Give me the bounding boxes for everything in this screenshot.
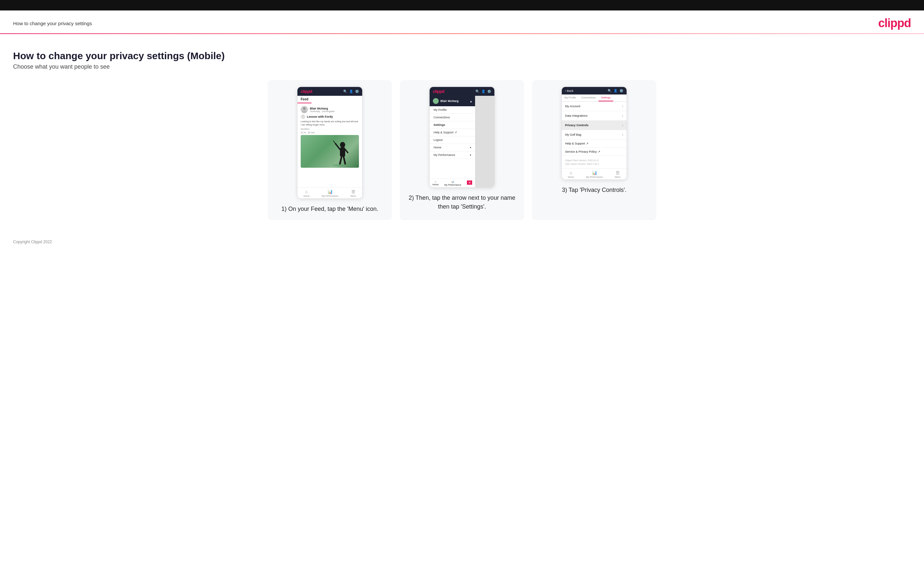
menu-item-help[interactable]: Help & Support ↗ [430, 129, 475, 136]
golfer-svg [333, 138, 352, 168]
menu-user-avatar [433, 98, 439, 104]
settings-privacy-controls[interactable]: Privacy Controls [562, 121, 627, 130]
my-golf-bag-arrow [622, 132, 623, 137]
copyright-text: Copyright Clippd 2022 [13, 240, 52, 244]
top-bar [0, 0, 924, 10]
feed-post-header: Blair McHarg Yesterday · Sunningdale [301, 106, 359, 113]
step-2-description: 2) Then, tap the arrow next to your name… [406, 193, 518, 211]
data-integrations-label: Data Integrations [565, 114, 588, 118]
lesson-icon: 📋 [301, 114, 305, 119]
tab-settings[interactable]: Settings [598, 95, 613, 102]
settings-screen: My Account Data Integrations Privacy Con… [562, 102, 627, 168]
menu-item-my-profile[interactable]: My Profile [430, 106, 475, 114]
settings-service-privacy[interactable]: Service & Privacy Policy ↗ [562, 148, 627, 156]
menu-user-name: Blair McHarg [440, 99, 459, 103]
menu-icon-3: ☰ [616, 170, 620, 175]
svg-line-4 [335, 143, 340, 149]
nav-home-3: ⌂ Home [568, 170, 574, 178]
clippd-logo: clippd [878, 16, 911, 30]
phone-2-logo: clippd [433, 89, 444, 94]
settings-my-golf-bag[interactable]: My Golf Bag [562, 130, 627, 140]
svg-point-1 [302, 111, 307, 113]
menu-label: Menu [351, 195, 356, 197]
phone-1-logo: clippd [301, 89, 312, 94]
settings-icon-2: ⚙️ [487, 90, 491, 93]
svg-rect-3 [340, 147, 345, 156]
menu-icon: ☰ [351, 189, 355, 194]
performance-chevron [470, 153, 471, 156]
settings-data-integrations[interactable]: Data Integrations [562, 111, 627, 121]
svg-line-5 [345, 149, 348, 153]
header: How to change your privacy settings clip… [0, 10, 924, 33]
header-title: How to change your privacy settings [13, 21, 92, 26]
phone-mockup-2: clippd 🔍 👤 ⚙️ [429, 87, 495, 188]
settings-help-support[interactable]: Help & Support ↗ [562, 140, 627, 148]
menu-nav-performance[interactable]: My Performance [430, 152, 475, 159]
nav-performance-3: 📊 My Performance [586, 170, 603, 178]
footer: Copyright Clippd 2022 [0, 233, 924, 251]
feed-user-name: Blair McHarg [310, 107, 335, 110]
feed-user-sub: Yesterday · Sunningdale [310, 110, 335, 113]
step-1-card: clippd 🔍 👤 ⚙️ Feed [268, 80, 392, 220]
search-icon: 🔍 [343, 90, 347, 93]
home-label-3: Home [568, 176, 574, 178]
nav-home: ⌂ Home [303, 189, 310, 197]
menu-perf-label-bottom: My Performance [444, 184, 461, 186]
main-content: How to change your privacy settings (Mob… [0, 44, 924, 233]
privacy-controls-arrow [622, 123, 623, 127]
menu-item-connections[interactable]: Connections [430, 114, 475, 121]
menu-label-3: Menu [615, 176, 621, 178]
menu-nav-home[interactable]: Home [430, 144, 475, 152]
step-3-description: 3) Tap 'Privacy Controls'. [562, 186, 627, 195]
performance-label-3: My Performance [586, 176, 603, 178]
phone-mockup-3: ‹ Back 🔍 👤 ⚙️ My Profile Connections Set… [562, 87, 627, 180]
home-icon: ⌂ [305, 189, 308, 194]
feed-golf-image [301, 135, 359, 168]
phone-3-bottom-nav: ⌂ Home 📊 My Performance ☰ Menu [562, 168, 627, 179]
feed-post: Blair McHarg Yesterday · Sunningdale 📋 L… [297, 103, 362, 170]
menu-backdrop [475, 96, 494, 187]
phone-3-topbar: ‹ Back 🔍 👤 ⚙️ [562, 87, 627, 95]
menu-home-icon: ⌂ [435, 181, 436, 183]
phone-2-topbar: clippd 🔍 👤 ⚙️ [430, 87, 494, 96]
phone-mockup-1: clippd 🔍 👤 ⚙️ Feed [297, 87, 362, 199]
menu-bottom-nav: ⌂ Home 📊 My Performance ✕ [430, 179, 475, 187]
home-icon-3: ⌂ [570, 170, 572, 175]
data-integrations-arrow [622, 113, 623, 118]
menu-home-label-bottom: Home [433, 184, 439, 186]
menu-chevron-up[interactable]: ▴ [470, 99, 472, 103]
my-account-arrow [622, 104, 623, 108]
svg-line-7 [344, 156, 345, 164]
svg-point-0 [303, 107, 305, 110]
feed-label: Feed [297, 96, 312, 103]
settings-my-account[interactable]: My Account [562, 102, 627, 111]
menu-item-settings[interactable]: Settings [430, 121, 475, 129]
phone-1-icons: 🔍 👤 ⚙️ [343, 90, 359, 93]
feed-user-info: Blair McHarg Yesterday · Sunningdale [310, 107, 335, 113]
user-icon: 👤 [349, 90, 353, 93]
phone-1-topbar: clippd 🔍 👤 ⚙️ [297, 87, 362, 96]
menu-item-logout[interactable]: Logout [430, 136, 475, 144]
menu-panel: Blair McHarg ▴ My Profile Connections Se… [430, 96, 475, 187]
settings-tabs: My Profile Connections Settings [562, 95, 627, 102]
client-version: Clippd Client Version: 2022.8.3-3 [565, 158, 623, 162]
tab-connections[interactable]: Connections [579, 95, 598, 102]
menu-close-nav[interactable]: ✕ [467, 181, 472, 186]
nav-menu[interactable]: ☰ Menu [351, 189, 356, 197]
phone-2-body: Blair McHarg ▴ My Profile Connections Se… [430, 96, 494, 187]
menu-perf-icon: 📊 [451, 181, 454, 183]
search-icon-2: 🔍 [475, 90, 479, 93]
page-subheading: Choose what you want people to see [13, 63, 911, 70]
settings-icon: ⚙️ [355, 90, 359, 93]
phone-2-icons: 🔍 👤 ⚙️ [475, 90, 491, 93]
nav-menu-3[interactable]: ☰ Menu [615, 170, 621, 178]
user-icon-2: 👤 [481, 90, 485, 93]
menu-user-left: Blair McHarg [433, 98, 459, 104]
back-button[interactable]: ‹ Back [565, 89, 573, 92]
tab-my-profile[interactable]: My Profile [562, 95, 579, 102]
menu-home-nav: ⌂ Home [433, 181, 439, 186]
home-chevron [470, 146, 471, 149]
svg-line-6 [340, 156, 342, 164]
svg-point-2 [340, 142, 345, 148]
performance-label: My Performance [321, 195, 338, 197]
